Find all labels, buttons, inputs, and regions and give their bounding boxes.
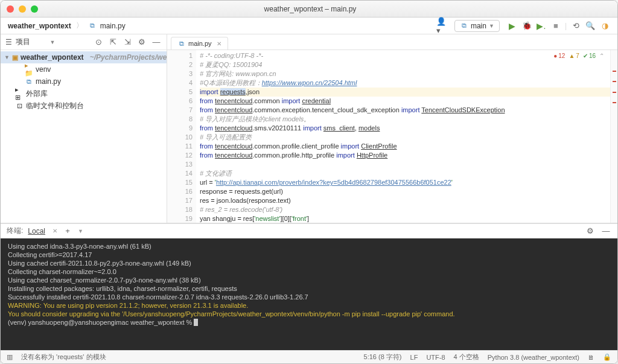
tree-item-label: main.py: [36, 77, 61, 86]
window-title: weather_wpontext – main.py: [38, 5, 582, 13]
code-line[interactable]: url = 'http://api.tianapi.com/proverb/in…: [200, 178, 610, 187]
debug-button[interactable]: 🐞: [521, 21, 532, 31]
tree-item[interactable]: ⧉main.py: [1, 75, 167, 88]
scratch-icon: ⊡: [15, 101, 24, 110]
tree-item-label: 外部库: [26, 89, 48, 99]
py-icon: ⧉: [25, 77, 33, 86]
run-config-selector[interactable]: ⧉ main ▼: [454, 20, 500, 32]
code-line[interactable]: [200, 160, 610, 169]
code-line[interactable]: from tencentcloud.common.exception.tence…: [200, 106, 610, 115]
expand-all-icon[interactable]: ⇱: [107, 37, 118, 48]
tree-item-label: 临时文件和控制台: [26, 101, 84, 111]
expand-toggle-icon[interactable]: ▼: [4, 54, 10, 60]
terminal-title: 终端:: [7, 226, 23, 236]
settings-gear-icon[interactable]: ⚙: [136, 37, 147, 48]
project-tool-window-icon: ☰: [5, 38, 12, 46]
file-encoding[interactable]: UTF-8: [426, 354, 445, 361]
indent-setting[interactable]: 4 个空格: [454, 353, 479, 362]
terminal-tab-local[interactable]: Local: [28, 227, 45, 235]
code-line[interactable]: # 文化谚语: [200, 169, 610, 178]
warning-icon: ▲: [569, 53, 575, 59]
status-bar: ▥ 没有名称为 'requests' 的模块 5:16 (8 字符) LF UT…: [1, 350, 617, 363]
close-tab-icon[interactable]: ✕: [217, 40, 221, 47]
code-line[interactable]: #Q本源码使用教程：https://www.wpon.cn/22504.html: [200, 78, 610, 88]
tree-item[interactable]: ▸ ⊞外部库: [1, 88, 167, 100]
code-line[interactable]: # 导入可选配置类: [200, 133, 610, 142]
code-line[interactable]: # res_2 = res.decode('utf-8'): [200, 205, 610, 214]
breadcrumb-project[interactable]: weather_wpontext: [8, 22, 71, 30]
terminal-cursor: [194, 319, 198, 326]
terminal-tool-window: 终端: Local ✕ + ▼ ⚙ — Using cached idna-3.…: [1, 223, 617, 350]
breadcrumb-file[interactable]: main.py: [100, 22, 126, 30]
tool-window-quick-access-icon[interactable]: ▥: [7, 353, 13, 361]
code-line[interactable]: # 夏柔QQ: 15001904: [200, 60, 610, 69]
inspection-summary[interactable]: ●12 ▲7 ✔16 ⌃: [553, 53, 604, 59]
lock-icon[interactable]: 🔒: [603, 353, 611, 361]
code-editor[interactable]: 12345678910111213141516171819 # -*- codi…: [167, 50, 617, 223]
cursor-position[interactable]: 5:16 (8 字符): [364, 353, 402, 362]
tab-main-py[interactable]: ⧉ main.py ✕: [171, 37, 228, 49]
python-file-icon: ⧉: [88, 22, 97, 30]
tree-item[interactable]: ⊡临时文件和控制台: [1, 100, 167, 112]
minimize-window-button[interactable]: [19, 5, 26, 13]
typo-icon: ✔: [583, 53, 588, 59]
titlebar: weather_wpontext – main.py: [1, 1, 617, 18]
tree-root-label: weather_wpontext: [21, 53, 84, 62]
tree-item-label: venv: [36, 65, 51, 74]
code-line[interactable]: from tencentcloud.common.profile.client_…: [200, 142, 610, 151]
project-panel-title: 项目: [16, 37, 46, 47]
memory-indicator-icon[interactable]: 🗎: [588, 354, 594, 361]
project-tree[interactable]: ▼ ▣ weather_wpontext ~/PycharmProjects/w…: [1, 50, 167, 223]
code-line[interactable]: import requests,json: [200, 88, 610, 97]
python-file-icon: ⧉: [177, 39, 186, 48]
terminal-settings-icon[interactable]: ⚙: [585, 226, 596, 237]
collapse-all-icon[interactable]: ⇲: [122, 37, 133, 48]
python-icon: ⧉: [460, 22, 468, 30]
tree-root-path: ~/PycharmProjects/weather_w: [90, 53, 167, 62]
code-line[interactable]: from tencentcloud.sms.v20210111 import s…: [200, 124, 610, 133]
code-line[interactable]: # -*- coding:UTF-8 -*-: [200, 51, 610, 60]
run-button[interactable]: ▶: [507, 21, 518, 31]
line-separator[interactable]: LF: [410, 354, 418, 361]
code-line[interactable]: # 官方网站: www.wpon.cn: [200, 69, 610, 78]
hide-terminal-icon[interactable]: —: [600, 226, 611, 237]
run-with-coverage-button[interactable]: ▶.: [536, 21, 547, 31]
lib-icon: ▸ ⊞: [15, 89, 24, 98]
folder-icon: ▸ 📁: [25, 65, 33, 74]
code-line[interactable]: from tencentcloud.common import credenti…: [200, 97, 610, 106]
close-window-button[interactable]: [7, 5, 14, 13]
editor-area: ⧉ main.py ✕ 1234567891011121314151617181…: [167, 34, 617, 223]
project-folder-icon: ▣: [12, 53, 18, 62]
code-line[interactable]: # 导入对应产品模块的client models。: [200, 115, 610, 124]
code-line[interactable]: from tencentcloud.common.profile.http_pr…: [200, 151, 610, 160]
close-terminal-tab-icon[interactable]: ✕: [53, 228, 57, 234]
navigation-toolbar: weather_wpontext 〉 ⧉ main.py 👤▾ ⧉ main ▼…: [1, 18, 617, 34]
run-config-label: main: [471, 22, 486, 30]
hide-panel-icon[interactable]: —: [151, 37, 162, 48]
project-sidebar: ☰ 项目 ▼ ⊙ ⇱ ⇲ ⚙ — ▼ ▣ weather_wpontext ~/…: [1, 34, 167, 223]
line-number-gutter: 12345678910111213141516171819: [178, 50, 196, 223]
editor-tabs: ⧉ main.py ✕: [167, 34, 617, 50]
python-interpreter[interactable]: Python 3.8 (weather_wpontext): [488, 354, 579, 361]
error-stripe[interactable]: [610, 50, 617, 223]
error-icon: ●: [553, 53, 557, 59]
tree-item[interactable]: ▸ 📁venv: [1, 63, 167, 75]
code-line[interactable]: response = requests.get(url): [200, 187, 610, 196]
tab-label: main.py: [188, 40, 212, 47]
code-line[interactable]: yan shangju = res['newslist'][0]['front'…: [200, 214, 610, 223]
maximize-window-button[interactable]: [31, 5, 38, 13]
search-everywhere-button[interactable]: 🔍: [585, 21, 596, 31]
chevron-right-icon: 〉: [76, 21, 83, 31]
new-terminal-tab-icon[interactable]: +: [62, 226, 73, 237]
user-icon[interactable]: 👤▾: [436, 21, 447, 31]
status-message: 没有名称为 'requests' 的模块: [21, 353, 106, 362]
ide-settings-button[interactable]: ◑: [599, 21, 610, 31]
terminal-output[interactable]: Using cached idna-3.3-py3-none-any.whl (…: [1, 238, 617, 350]
code-line[interactable]: res = json.loads(response.text): [200, 196, 610, 205]
git-update-button[interactable]: ⟲: [570, 21, 581, 31]
stop-button[interactable]: ■: [550, 21, 561, 31]
select-opened-file-icon[interactable]: ⊙: [93, 37, 104, 48]
